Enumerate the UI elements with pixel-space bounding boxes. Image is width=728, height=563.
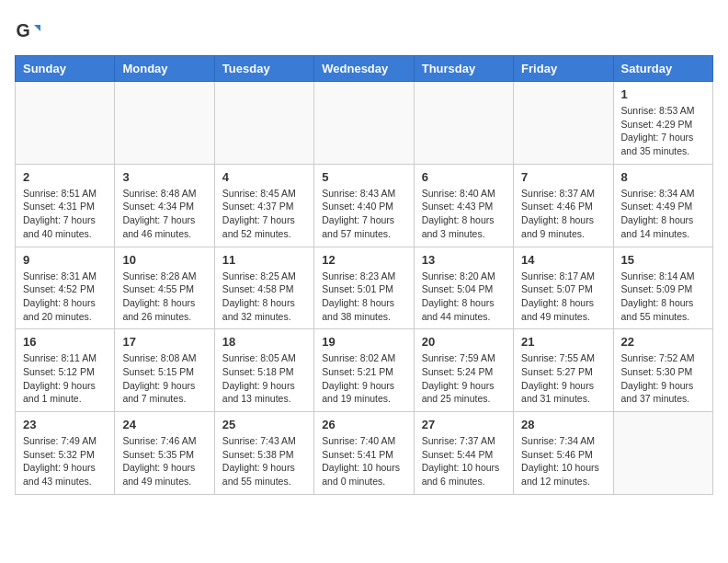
calendar-day-cell xyxy=(16,82,115,165)
calendar-day-cell: 5Sunrise: 8:43 AM Sunset: 4:40 PM Daylig… xyxy=(314,164,414,247)
day-info: Sunrise: 7:55 AM Sunset: 5:27 PM Dayligh… xyxy=(521,351,605,406)
day-number: 21 xyxy=(521,335,605,349)
day-number: 6 xyxy=(422,170,506,184)
day-info: Sunrise: 8:17 AM Sunset: 5:07 PM Dayligh… xyxy=(521,270,605,324)
day-info: Sunrise: 7:40 AM Sunset: 5:41 PM Dayligh… xyxy=(322,434,405,488)
day-info: Sunrise: 8:25 AM Sunset: 4:58 PM Dayligh… xyxy=(222,270,306,324)
day-info: Sunrise: 8:37 AM Sunset: 4:46 PM Dayligh… xyxy=(521,187,605,241)
weekday-header-row: SundayMondayTuesdayWednesdayThursdayFrid… xyxy=(16,56,713,82)
calendar-day-cell xyxy=(115,82,214,165)
day-number: 4 xyxy=(222,170,306,184)
calendar-day-cell: 21Sunrise: 7:55 AM Sunset: 5:27 PM Dayli… xyxy=(514,329,613,412)
calendar-week-row: 1Sunrise: 8:53 AM Sunset: 4:29 PM Daylig… xyxy=(16,82,713,165)
calendar-day-cell xyxy=(314,82,414,165)
day-number: 2 xyxy=(23,170,107,184)
calendar-day-cell: 14Sunrise: 8:17 AM Sunset: 5:07 PM Dayli… xyxy=(514,247,613,329)
day-number: 14 xyxy=(521,253,605,267)
day-info: Sunrise: 8:31 AM Sunset: 4:52 PM Dayligh… xyxy=(23,270,107,324)
calendar-week-row: 16Sunrise: 8:11 AM Sunset: 5:12 PM Dayli… xyxy=(16,329,713,412)
header: G xyxy=(15,15,713,44)
day-info: Sunrise: 8:28 AM Sunset: 4:55 PM Dayligh… xyxy=(122,270,206,324)
calendar-week-row: 9Sunrise: 8:31 AM Sunset: 4:52 PM Daylig… xyxy=(16,247,713,329)
weekday-header-tuesday: Tuesday xyxy=(214,56,313,82)
calendar-day-cell xyxy=(414,82,513,165)
day-info: Sunrise: 7:46 AM Sunset: 5:35 PM Dayligh… xyxy=(122,434,206,488)
day-number: 13 xyxy=(422,253,506,267)
day-number: 22 xyxy=(621,335,705,349)
calendar-day-cell: 8Sunrise: 8:34 AM Sunset: 4:49 PM Daylig… xyxy=(613,164,712,247)
day-number: 23 xyxy=(23,418,107,431)
calendar-day-cell: 7Sunrise: 8:37 AM Sunset: 4:46 PM Daylig… xyxy=(514,164,613,247)
weekday-header-friday: Friday xyxy=(514,56,613,82)
calendar-day-cell: 22Sunrise: 7:52 AM Sunset: 5:30 PM Dayli… xyxy=(613,329,712,412)
day-number: 16 xyxy=(23,335,107,349)
day-number: 12 xyxy=(322,253,405,267)
calendar-day-cell: 4Sunrise: 8:45 AM Sunset: 4:37 PM Daylig… xyxy=(214,164,313,247)
svg-marker-1 xyxy=(34,25,40,31)
calendar-day-cell: 27Sunrise: 7:37 AM Sunset: 5:44 PM Dayli… xyxy=(414,412,513,495)
day-info: Sunrise: 8:08 AM Sunset: 5:15 PM Dayligh… xyxy=(122,351,206,406)
day-number: 20 xyxy=(422,335,506,349)
day-info: Sunrise: 8:20 AM Sunset: 5:04 PM Dayligh… xyxy=(422,270,506,324)
day-info: Sunrise: 8:14 AM Sunset: 5:09 PM Dayligh… xyxy=(621,270,705,324)
calendar-day-cell: 23Sunrise: 7:49 AM Sunset: 5:32 PM Dayli… xyxy=(16,412,115,495)
day-info: Sunrise: 8:23 AM Sunset: 5:01 PM Dayligh… xyxy=(322,270,405,324)
calendar-day-cell: 25Sunrise: 7:43 AM Sunset: 5:38 PM Dayli… xyxy=(214,412,313,495)
day-info: Sunrise: 7:49 AM Sunset: 5:32 PM Dayligh… xyxy=(23,434,107,488)
day-number: 10 xyxy=(122,253,206,267)
day-number: 19 xyxy=(322,335,405,349)
calendar-table: SundayMondayTuesdayWednesdayThursdayFrid… xyxy=(15,55,713,495)
day-info: Sunrise: 8:51 AM Sunset: 4:31 PM Dayligh… xyxy=(23,187,107,241)
day-number: 18 xyxy=(222,335,306,349)
day-info: Sunrise: 8:34 AM Sunset: 4:49 PM Dayligh… xyxy=(621,187,705,241)
calendar-day-cell: 15Sunrise: 8:14 AM Sunset: 5:09 PM Dayli… xyxy=(613,247,712,329)
day-info: Sunrise: 7:43 AM Sunset: 5:38 PM Dayligh… xyxy=(222,434,306,488)
svg-text:G: G xyxy=(16,20,29,40)
day-number: 7 xyxy=(521,170,605,184)
day-info: Sunrise: 8:43 AM Sunset: 4:40 PM Dayligh… xyxy=(322,187,405,241)
calendar-day-cell: 6Sunrise: 8:40 AM Sunset: 4:43 PM Daylig… xyxy=(414,164,513,247)
calendar-day-cell: 1Sunrise: 8:53 AM Sunset: 4:29 PM Daylig… xyxy=(613,82,712,165)
day-info: Sunrise: 7:59 AM Sunset: 5:24 PM Dayligh… xyxy=(422,351,506,406)
day-number: 9 xyxy=(23,253,107,267)
day-info: Sunrise: 7:37 AM Sunset: 5:44 PM Dayligh… xyxy=(422,434,506,488)
day-number: 25 xyxy=(222,418,306,431)
weekday-header-monday: Monday xyxy=(115,56,214,82)
calendar-day-cell: 17Sunrise: 8:08 AM Sunset: 5:15 PM Dayli… xyxy=(115,329,214,412)
day-info: Sunrise: 8:53 AM Sunset: 4:29 PM Dayligh… xyxy=(621,104,705,158)
day-info: Sunrise: 8:40 AM Sunset: 4:43 PM Dayligh… xyxy=(422,187,506,241)
calendar-day-cell: 18Sunrise: 8:05 AM Sunset: 5:18 PM Dayli… xyxy=(214,329,313,412)
day-number: 5 xyxy=(322,170,405,184)
day-number: 15 xyxy=(621,253,705,267)
day-number: 26 xyxy=(322,418,405,431)
day-info: Sunrise: 7:34 AM Sunset: 5:46 PM Dayligh… xyxy=(521,434,605,488)
calendar-day-cell: 2Sunrise: 8:51 AM Sunset: 4:31 PM Daylig… xyxy=(16,164,115,247)
day-info: Sunrise: 8:45 AM Sunset: 4:37 PM Dayligh… xyxy=(222,187,306,241)
calendar-week-row: 2Sunrise: 8:51 AM Sunset: 4:31 PM Daylig… xyxy=(16,164,713,247)
day-number: 11 xyxy=(222,253,306,267)
calendar-day-cell: 28Sunrise: 7:34 AM Sunset: 5:46 PM Dayli… xyxy=(514,412,613,495)
day-number: 3 xyxy=(122,170,206,184)
day-number: 1 xyxy=(621,87,705,101)
weekday-header-sunday: Sunday xyxy=(16,56,115,82)
calendar-day-cell: 10Sunrise: 8:28 AM Sunset: 4:55 PM Dayli… xyxy=(115,247,214,329)
day-info: Sunrise: 7:52 AM Sunset: 5:30 PM Dayligh… xyxy=(621,351,705,406)
calendar-day-cell xyxy=(613,412,712,495)
day-info: Sunrise: 8:48 AM Sunset: 4:34 PM Dayligh… xyxy=(122,187,206,241)
calendar-day-cell xyxy=(214,82,313,165)
day-info: Sunrise: 8:11 AM Sunset: 5:12 PM Dayligh… xyxy=(23,351,107,406)
day-number: 8 xyxy=(621,170,705,184)
day-number: 17 xyxy=(122,335,206,349)
weekday-header-saturday: Saturday xyxy=(613,56,712,82)
day-number: 28 xyxy=(521,418,605,431)
day-number: 27 xyxy=(422,418,506,431)
logo: G xyxy=(15,18,44,44)
weekday-header-wednesday: Wednesday xyxy=(314,56,414,82)
logo-icon: G xyxy=(15,18,40,44)
calendar-day-cell: 12Sunrise: 8:23 AM Sunset: 5:01 PM Dayli… xyxy=(314,247,414,329)
calendar-day-cell: 20Sunrise: 7:59 AM Sunset: 5:24 PM Dayli… xyxy=(414,329,513,412)
calendar-week-row: 23Sunrise: 7:49 AM Sunset: 5:32 PM Dayli… xyxy=(16,412,713,495)
day-info: Sunrise: 8:05 AM Sunset: 5:18 PM Dayligh… xyxy=(222,351,306,406)
day-info: Sunrise: 8:02 AM Sunset: 5:21 PM Dayligh… xyxy=(322,351,405,406)
calendar-day-cell: 3Sunrise: 8:48 AM Sunset: 4:34 PM Daylig… xyxy=(115,164,214,247)
